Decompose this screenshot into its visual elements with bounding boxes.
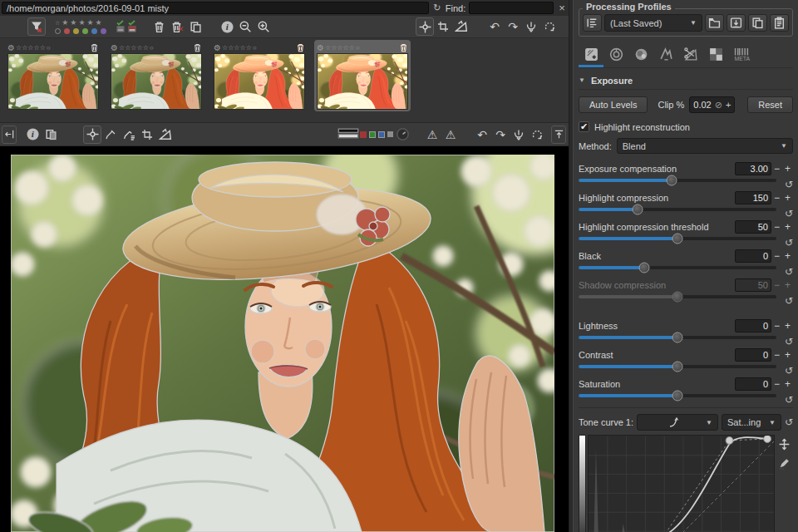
show-edited-filter-icon[interactable] xyxy=(115,17,126,36)
tab-transform[interactable] xyxy=(678,44,703,67)
slider-reset-icon[interactable]: ↺ xyxy=(776,237,793,249)
slider-increment-button[interactable]: + xyxy=(782,279,793,291)
color-label-purple[interactable] xyxy=(101,28,106,34)
slider-value[interactable]: 50 xyxy=(735,220,771,234)
unrank-icon[interactable]: ○ xyxy=(150,44,154,52)
redo-icon[interactable]: ↷ xyxy=(491,128,510,141)
auto-levels-button[interactable]: Auto Levels xyxy=(579,96,648,113)
star-icon[interactable]: ☆☆☆☆☆ xyxy=(325,44,355,52)
star-icon[interactable]: ☆☆☆☆☆ xyxy=(16,44,46,52)
curve-control-point[interactable] xyxy=(764,436,771,442)
gear-icon[interactable]: ⚙ xyxy=(214,43,221,52)
thumbnail-image[interactable] xyxy=(7,53,99,110)
histogram-channel-toggles[interactable] xyxy=(360,131,393,139)
redo-icon[interactable]: ↷ xyxy=(504,20,522,33)
color-label-green[interactable] xyxy=(82,28,88,34)
slider-reset-icon[interactable]: ↺ xyxy=(776,394,793,406)
save-profile-button[interactable] xyxy=(727,14,746,32)
slider-handle[interactable] xyxy=(666,175,677,186)
slider-handle[interactable] xyxy=(672,391,683,401)
color-label-blue[interactable] xyxy=(91,28,97,34)
tone-curve-line[interactable] xyxy=(590,437,767,532)
slider-value[interactable]: 0 xyxy=(735,319,771,332)
copy-profile-button[interactable] xyxy=(748,14,767,32)
slider-increment-button[interactable]: + xyxy=(782,250,793,262)
red-channel-toggle[interactable] xyxy=(360,131,367,138)
trash-button[interactable] xyxy=(150,17,168,36)
find-input[interactable] xyxy=(469,2,554,14)
slider-reset-icon[interactable]: ↺ xyxy=(776,295,793,307)
star-rating-filter[interactable]: ☆★★★★★ xyxy=(55,18,106,27)
unrank-icon[interactable]: ○ xyxy=(47,44,51,52)
partial-paste-icon[interactable] xyxy=(540,17,559,36)
trash-icon[interactable] xyxy=(399,43,408,52)
reset-button[interactable]: Reset xyxy=(747,96,793,113)
expand-panel-button[interactable] xyxy=(551,126,566,144)
tab-exposure[interactable] xyxy=(579,44,603,67)
filter-button[interactable] xyxy=(27,17,46,36)
collapse-filmstrip-button[interactable] xyxy=(2,126,17,144)
slider-reset-icon[interactable]: ↺ xyxy=(776,179,793,190)
slider-reset-icon[interactable]: ↺ xyxy=(776,336,793,347)
white-balance-picker-icon[interactable] xyxy=(101,126,120,144)
slider-handle[interactable] xyxy=(633,204,643,215)
highlight-reconstruction-row[interactable]: ✔ Highlight reconstruction xyxy=(579,121,793,132)
crop-tool-button[interactable] xyxy=(434,17,452,36)
zoom-in-button[interactable] xyxy=(254,17,273,36)
slider-increment-button[interactable]: + xyxy=(782,378,793,390)
histogram-profile-icon[interactable] xyxy=(337,126,360,144)
straighten-tool-button[interactable] xyxy=(156,126,175,144)
slider-handle[interactable] xyxy=(672,234,683,244)
decrement-disabled-icon[interactable]: ⊘ xyxy=(715,100,722,111)
gauge-icon[interactable] xyxy=(393,126,411,144)
paste-profile-button[interactable] xyxy=(770,14,789,32)
slider-handle[interactable] xyxy=(638,263,649,273)
slider-value[interactable]: 0 xyxy=(735,348,771,362)
slider-increment-button[interactable]: + xyxy=(782,163,793,175)
crop-tool-button[interactable] xyxy=(138,126,156,144)
slider-track[interactable] xyxy=(579,208,776,211)
load-profile-button[interactable] xyxy=(705,14,724,32)
curve-mode-select[interactable]: Sat...ing ▼ xyxy=(722,414,781,431)
preview-image[interactable] xyxy=(11,155,554,532)
undo-icon[interactable]: ↶ xyxy=(473,128,491,141)
refresh-icon[interactable]: ↻ xyxy=(432,2,442,13)
slider-decrement-button[interactable]: − xyxy=(771,221,782,233)
thumbnail-1[interactable]: ⚙ ☆☆☆☆☆ ○ xyxy=(5,40,101,111)
slider-track[interactable] xyxy=(579,295,776,298)
slider-value[interactable]: 150 xyxy=(735,191,771,204)
slider-increment-button[interactable]: + xyxy=(782,192,793,204)
unrank-icon[interactable]: ○ xyxy=(253,44,257,52)
curve-control-point[interactable] xyxy=(726,436,733,444)
slider-handle[interactable] xyxy=(672,292,683,303)
zoom-out-button[interactable] xyxy=(236,17,254,36)
slider-track[interactable] xyxy=(579,237,776,240)
gear-icon[interactable]: ⚙ xyxy=(7,43,15,52)
slider-decrement-button[interactable]: − xyxy=(771,163,782,175)
slider-track[interactable] xyxy=(579,394,776,397)
path-input[interactable]: /home/morgan/photos/2016-09-01 misty xyxy=(2,2,429,14)
increment-icon[interactable]: + xyxy=(726,100,731,110)
trash-remove-button[interactable]: ✕ xyxy=(168,17,186,36)
clear-find-icon[interactable]: × xyxy=(557,2,567,14)
hand-tool-button[interactable] xyxy=(83,126,101,144)
blue-channel-toggle[interactable] xyxy=(378,131,385,138)
slider-handle[interactable] xyxy=(672,332,683,343)
curve-reset-icon[interactable]: ↺ xyxy=(785,416,793,428)
slider-track[interactable] xyxy=(579,179,776,182)
color-label-yellow[interactable] xyxy=(73,28,79,34)
gear-icon[interactable]: ⚙ xyxy=(317,43,324,52)
thumbnail-4-selected[interactable]: ⚙☆☆☆☆☆○ xyxy=(314,40,411,111)
method-select[interactable]: Blend ▼ xyxy=(617,138,793,154)
info-button[interactable]: i xyxy=(218,17,236,36)
thumbnail-2[interactable]: ⚙☆☆☆☆☆○ xyxy=(108,40,204,111)
hand-tool-button[interactable] xyxy=(416,17,434,36)
slider-value[interactable]: 0 xyxy=(735,377,771,391)
profile-fill-mode-button[interactable] xyxy=(583,14,602,32)
image-canvas[interactable] xyxy=(0,146,569,532)
star-icon[interactable]: ☆☆☆☆☆ xyxy=(222,44,252,52)
exposure-section-header[interactable]: ▼ Exposure xyxy=(579,71,793,90)
pencil-edit-icon[interactable] xyxy=(778,457,791,470)
edit-point-toggle-icon[interactable] xyxy=(778,438,791,451)
slider-reset-icon[interactable]: ↺ xyxy=(776,365,793,377)
